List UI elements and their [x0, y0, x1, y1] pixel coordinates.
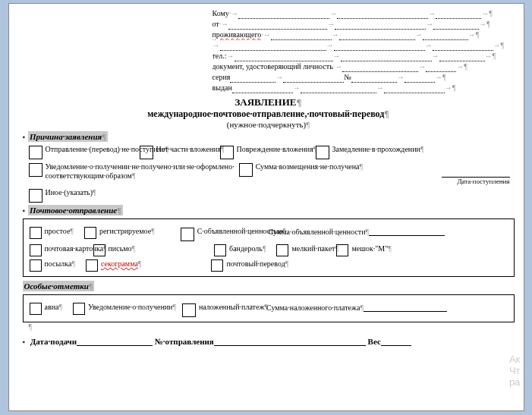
- checkbox[interactable]: [220, 146, 234, 159]
- opt-notice: Уведомление·о·получении: [88, 303, 172, 311]
- opt-delay: Замедление·в·прохождении: [332, 145, 420, 153]
- label-to: Кому: [212, 9, 229, 17]
- checkbox[interactable]: [73, 303, 85, 315]
- document-page: Кому·→→→→ от·→→→→ проживающего·→→→→ →→→→…: [8, 3, 524, 411]
- subtitle: международное·почтовое·отправление,·почт…: [147, 108, 384, 119]
- checkbox[interactable]: [182, 303, 196, 317]
- section-reason: Причина·заявления: [30, 132, 102, 141]
- opt-letter: письмо: [109, 244, 132, 253]
- opt-refund: Сумма·возмещения·не·получена: [256, 162, 360, 171]
- label-cod-sum: Сумма·наложенного·платежа: [266, 303, 360, 312]
- opt-notice-a: Уведомление·о·получении·не·получено·или·…: [46, 162, 235, 171]
- checkbox[interactable]: [214, 244, 226, 256]
- opt-cod: наложенный·платеж: [199, 303, 264, 311]
- checkbox[interactable]: [211, 259, 223, 272]
- checkbox[interactable]: [29, 189, 42, 203]
- opt-damage: Повреждение·вложения: [237, 145, 313, 153]
- label-declared-sum: Сумма·объявленной·ценности: [269, 228, 366, 236]
- opt-banderol: бандероль: [229, 244, 263, 253]
- checkbox[interactable]: [316, 146, 329, 159]
- label-issued: выдан: [212, 83, 232, 92]
- opt-avia: авиа: [45, 303, 59, 312]
- checkbox[interactable]: [181, 228, 194, 241]
- watermark: АкЧтра: [509, 354, 521, 388]
- opt-sekogram: секограмма: [101, 259, 138, 269]
- label-doc: документ, удостоверяющий личность: [212, 62, 333, 71]
- checkbox[interactable]: [86, 259, 98, 272]
- section-marks: Особые·отметки: [24, 281, 89, 291]
- checkbox[interactable]: [336, 244, 348, 256]
- checkbox[interactable]: [29, 146, 42, 159]
- checkbox[interactable]: [84, 227, 96, 239]
- opt-notice-b: соответствующим·образом: [46, 171, 132, 180]
- label-from: от: [212, 20, 219, 28]
- checkbox[interactable]: [140, 146, 153, 159]
- checkbox[interactable]: [30, 303, 42, 315]
- checkbox[interactable]: [30, 244, 42, 256]
- opt-small-packet: мелкий·пакет: [291, 244, 335, 253]
- opt-money-order: почтовый·перевод: [226, 259, 285, 269]
- opt-registered: регистрируемое: [99, 227, 151, 236]
- checkbox[interactable]: [29, 163, 42, 177]
- opt-missing-part: Нет·части·вложения: [156, 145, 222, 153]
- postal-box: простое регистрируемое С·объявленной·цен…: [23, 219, 515, 277]
- marks-box: авиа Уведомление·о·получении наложенный·…: [23, 294, 515, 322]
- checkbox[interactable]: [239, 163, 253, 177]
- opt-parcel: посылка: [45, 259, 72, 269]
- opt-bag-m: мешок·"М": [351, 244, 388, 253]
- label-series: серия: [212, 73, 231, 81]
- label-number: №: [344, 73, 351, 81]
- label-weight: Вес: [368, 337, 381, 346]
- title: ЗАЯВЛЕНИЕ: [235, 96, 296, 108]
- label-submit-date: Дата·подачи: [30, 337, 77, 346]
- opt-simple: простое: [45, 227, 71, 236]
- checkbox[interactable]: [30, 227, 42, 239]
- note-underline: (нужное·подчеркнуть): [227, 120, 306, 129]
- checkbox[interactable]: [276, 244, 288, 256]
- opt-other: Иное·(указать): [46, 188, 93, 196]
- label-phone: тел.: [212, 52, 225, 60]
- label-shipment-no: №·отправления: [155, 337, 214, 346]
- date-received-label: Дата·поступления: [457, 178, 509, 185]
- checkbox[interactable]: [93, 244, 105, 256]
- section-postal: Почтовое·отправление: [30, 206, 117, 215]
- checkbox[interactable]: [30, 259, 42, 272]
- label-residing: проживающего: [212, 30, 262, 39]
- header-block: Кому·→→→→ от·→→→→ проживающего·→→→→ →→→→…: [212, 8, 515, 93]
